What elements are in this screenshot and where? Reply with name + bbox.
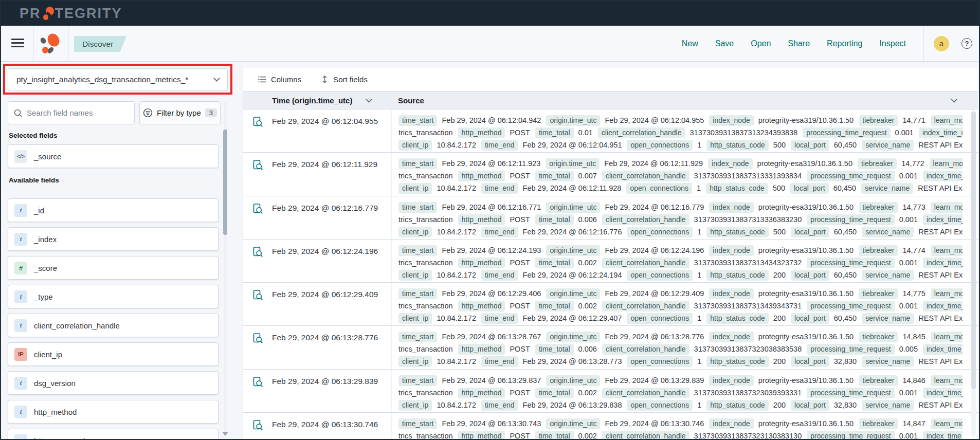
field-value: trics_transaction [398,345,453,353]
field-value: 0.001 [899,302,918,310]
field-item-client_correlation_handle[interactable]: tclient_correlation_handle [8,314,219,337]
field-badge: open_connections [627,400,693,411]
field-badge: open_connections [627,313,693,324]
field-badge: index_node [708,158,752,169]
nav-save[interactable]: Save [715,39,734,48]
field-item-_id[interactable]: t_id [8,198,219,222]
expand-document-button[interactable] [243,283,272,325]
expand-document-icon[interactable] [252,246,263,258]
field-value: Feb 29, 2024 @ 06:13:29.837 [442,376,541,384]
field-item-_type[interactable]: t_type [8,285,219,308]
field-search-box[interactable] [8,101,135,124]
sidebar-scrollbar-thumb[interactable] [223,130,227,235]
source-cell: time_startFeb 29, 2024 @ 06:13:28.767ori… [391,326,978,369]
field-badge: time_end [481,140,518,151]
field-badge: origin.time_utc [546,202,600,213]
nav-reporting[interactable]: Reporting [827,39,862,48]
field-badge: local_port [791,313,829,324]
field-badge: time_end [481,400,518,411]
index-pattern-select[interactable]: pty_insight_analytics_dsg_transaction_me… [8,68,228,90]
expand-document-icon[interactable] [252,376,263,388]
field-badge: http_status_code [706,183,768,194]
expand-document-button[interactable] [243,413,272,439]
top-brand-bar: PRTEGRITY [1,1,979,26]
field-value: 0.006 [578,215,597,224]
field-badge: tiebreaker [859,245,898,256]
sidebar-scroll-down-arrow-icon[interactable] [222,432,228,436]
field-badge: client_ip [398,140,432,151]
field-badge: index_node [709,418,753,429]
field-value: 60,450 [834,314,857,322]
field-value: 500 [773,141,786,149]
sort-fields-label: Sort fields [333,75,368,84]
field-value: Feb 29, 2024 @ 06:13:30.743 [442,419,541,428]
expand-document-icon[interactable] [252,203,263,214]
field-value: 500 [773,228,786,236]
expand-document-button[interactable] [243,326,272,369]
nav-open[interactable]: Open [751,39,771,48]
grid-scrollbar-thumb[interactable] [971,112,976,389]
field-value: Feb 29, 2024 @ 06:12:29.407 [523,314,622,322]
sort-arrows-icon [321,75,329,84]
search-input[interactable] [27,108,119,117]
help-icon[interactable]: ? [961,38,972,49]
source-line: client_ip10.84.2.172time_endFeb 29, 2024… [398,269,963,281]
field-badge: processing_time_request [807,214,894,225]
expand-document-button[interactable] [243,196,272,239]
expand-document-icon[interactable] [252,159,263,171]
field-item-http_reason_phrase[interactable]: thttp_reason_phrase [8,429,219,440]
field-item-_source[interactable]: </>_source [8,144,219,168]
field-value: trics_transaction [398,389,453,397]
field-badge: open_connections [627,356,693,367]
field-item-_score[interactable]: #_score [8,256,219,280]
avatar[interactable]: a [934,36,949,51]
expand-document-button[interactable] [243,109,272,152]
expand-document-button[interactable] [243,370,272,412]
table-row: Feb 29, 2024 @ 06:12:11.929time_startFeb… [243,153,978,196]
field-badge: client_ip [398,400,432,411]
time-sort-chevron-icon[interactable] [366,96,373,103]
app-toolbar: Discover NewSaveOpenShareReportingInspec… [1,26,979,62]
field-badge: processing_time_request [807,388,894,398]
toolbar-divider [33,26,33,61]
field-badge: http_method [458,388,505,398]
breadcrumb-discover-tab[interactable]: Discover [74,36,126,52]
nav-inspect[interactable]: Inspect [879,39,906,48]
field-item-_index[interactable]: t_index [8,227,219,251]
field-badge: learn_mode_enabled [931,288,963,299]
brand-text-right: TEGRITY [55,6,122,22]
expand-document-icon[interactable] [252,289,263,301]
source-line: trics_transactionhttp_methodPOSTtime_tot… [398,213,963,226]
field-value: Feb 29, 2024 @ 06:12:16.779 [605,203,704,211]
expand-document-button[interactable] [243,240,272,282]
expand-document-icon[interactable] [252,333,263,344]
expand-document-button[interactable] [243,153,272,195]
menu-hamburger-icon[interactable] [11,39,24,49]
source-line: trics_transactionhttp_methodPOSTtime_tot… [398,387,963,399]
field-value: 31373039313837323038383538 [694,345,802,353]
field-value: 0.007 [578,172,597,180]
nav-share[interactable]: Share [788,39,810,48]
field-item-http_method[interactable]: thttp_method [8,400,219,424]
field-badge: service_name [861,183,913,194]
sort-fields-button[interactable]: Sort fields [321,75,368,84]
columns-button[interactable]: Columns [258,75,301,84]
field-value: protegrity-esa319/10.36.1.50 [758,333,854,341]
field-badge: processing_time_request [807,344,894,355]
source-column-chevron-icon[interactable] [951,96,957,103]
filter-by-type-button[interactable]: Filter by type 3 [139,101,221,124]
field-value: 0.001 [899,215,918,224]
expand-document-icon[interactable] [252,116,263,127]
field-badge: learn_mode_enabled [931,375,963,386]
nav-new[interactable]: New [682,39,698,48]
field-item-client_ip[interactable]: IPclient_ip [8,342,219,366]
expand-document-icon[interactable] [252,419,263,431]
source-line: client_ip10.84.2.172time_endFeb 29, 2024… [398,312,963,324]
fields-sidebar: Filter by type 3 Selected fields </>_sou… [8,101,229,439]
field-value: 0.001 [899,432,918,439]
field-value: POST [510,129,530,137]
field-value: Feb 29, 2024 @ 06:12:24.196 [605,246,704,254]
field-item-dsg_version[interactable]: tdsg_version [8,371,219,395]
field-value: 0.002 [578,389,597,397]
field-value: trics_transaction [398,172,453,180]
